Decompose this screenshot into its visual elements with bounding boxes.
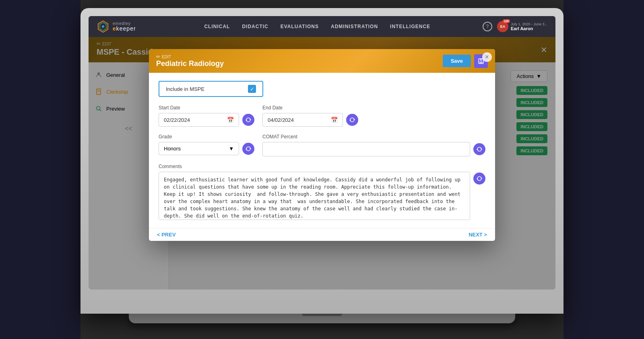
nav-right: ? EA 120 July 1, 2020 - June 3... Earl A… [483, 21, 547, 32]
logo: emedley ekeeper [97, 20, 136, 33]
logo-hex-icon [97, 20, 109, 33]
grade-value: Honors [164, 146, 181, 152]
include-mspe-label: Include in MSPE [166, 86, 204, 92]
notification-badge: 120 [503, 19, 510, 23]
logo-ekeeper: ekeeper [113, 26, 136, 31]
grade-group: Grade Honors ▼ [159, 134, 254, 156]
grade-select-row: Honors ▼ [159, 142, 254, 155]
modal-title: Pediatric Radiology [156, 60, 224, 68]
end-date-value: 04/02/2024 [268, 117, 294, 123]
start-date-field[interactable]: 02/22/2024 📅 [159, 113, 239, 127]
avatar-initials: EA [500, 25, 506, 29]
sync-icon-4 [477, 146, 482, 152]
start-calendar-icon: 📅 [227, 117, 234, 123]
comat-group: COMAT Percent [262, 134, 485, 156]
sync-icon-3 [246, 146, 251, 152]
sync-icon-2 [349, 117, 355, 123]
help-icon[interactable]: ? [483, 22, 492, 31]
avatar: EA 120 [497, 21, 508, 32]
date-row: Start Date 02/22/2024 📅 [159, 105, 485, 127]
comat-sync-button[interactable] [473, 143, 485, 155]
date-range: July 1, 2020 - June 3... [511, 22, 547, 26]
comat-input-row [262, 142, 485, 156]
end-date-field[interactable]: 04/02/2024 📅 [262, 113, 343, 127]
logo-text: emedley ekeeper [113, 22, 136, 31]
modal-header: ✏ EDIT Pediatric Radiology Save [149, 49, 495, 73]
comments-textarea[interactable]: Engaged, enthusiastic learner with good … [159, 172, 470, 220]
nav-administration[interactable]: ADMINISTRATION [331, 22, 378, 31]
start-date-group: Start Date 02/22/2024 📅 [159, 105, 254, 127]
main-nav: CLINICAL DIDACTIC EVALUATIONS ADMINISTRA… [152, 22, 483, 31]
top-nav: emedley ekeeper CLINICAL DIDACTIC EVALUA… [89, 16, 555, 37]
modal-footer: < PREV NEXT > [149, 228, 495, 241]
grade-row: Grade Honors ▼ [159, 134, 485, 156]
sync-icon-5 [477, 176, 482, 181]
comments-section: Comments Engaged, enthusiastic learner w… [159, 164, 485, 220]
end-calendar-icon: 📅 [331, 117, 338, 123]
nav-evaluations[interactable]: EVALUATIONS [281, 22, 319, 31]
start-date-input-row: 02/22/2024 📅 [159, 113, 254, 127]
modal-header-actions: Save [443, 54, 488, 68]
grade-select[interactable]: Honors ▼ [159, 142, 239, 155]
user-name: Earl Aaron [511, 26, 547, 31]
start-date-sync-button[interactable] [242, 114, 254, 126]
include-mspe-checkbox[interactable]: Include in MSPE ✓ [159, 81, 263, 97]
start-date-value: 02/22/2024 [164, 117, 190, 123]
nav-intelligence[interactable]: INTELLIGENCE [390, 22, 430, 31]
save-button[interactable]: Save [443, 55, 471, 67]
next-button[interactable]: NEXT > [469, 232, 487, 238]
user-badge: EA 120 July 1, 2020 - June 3... Earl Aar… [497, 21, 547, 32]
grade-sync-button[interactable] [242, 143, 254, 155]
modal-overlay: ✏ EDIT Pediatric Radiology Save [89, 37, 555, 290]
comments-label: Comments [159, 164, 485, 169]
svg-rect-11 [479, 62, 483, 63]
page-content: ✏ EDIT MSPE - Cassidy Aaron ✕ [89, 37, 555, 290]
end-date-sync-button[interactable] [346, 114, 358, 126]
include-mspe-row: Include in MSPE ✓ [159, 81, 485, 97]
modal-edit-label: ✏ EDIT [156, 54, 224, 60]
grade-label: Grade [159, 134, 254, 140]
end-date-group: End Date 04/02/2024 📅 [262, 105, 358, 127]
start-date-label: Start Date [159, 105, 254, 111]
svg-point-2 [102, 25, 104, 28]
modal-dialog: ✏ EDIT Pediatric Radiology Save [149, 49, 495, 241]
grade-chevron-icon: ▼ [229, 146, 234, 152]
comments-sync-button[interactable] [473, 173, 485, 185]
end-date-label: End Date [262, 105, 358, 111]
user-info: July 1, 2020 - June 3... Earl Aaron [511, 22, 547, 31]
prev-button[interactable]: < PREV [157, 232, 176, 238]
include-checkbox-icon: ✓ [248, 85, 256, 93]
end-date-input-row: 04/02/2024 📅 [262, 113, 358, 127]
nav-didactic[interactable]: DIDACTIC [242, 22, 268, 31]
sync-icon [246, 117, 251, 123]
svg-rect-10 [480, 59, 482, 61]
comat-input[interactable] [262, 142, 470, 156]
modal-header-left: ✏ EDIT Pediatric Radiology [156, 54, 224, 68]
comat-label: COMAT Percent [262, 134, 485, 140]
comments-row: Engaged, enthusiastic learner with good … [159, 172, 485, 220]
modal-close-button[interactable]: × [482, 52, 492, 62]
nav-clinical[interactable]: CLINICAL [204, 22, 230, 31]
modal-body: Include in MSPE ✓ Start Date [149, 73, 495, 228]
